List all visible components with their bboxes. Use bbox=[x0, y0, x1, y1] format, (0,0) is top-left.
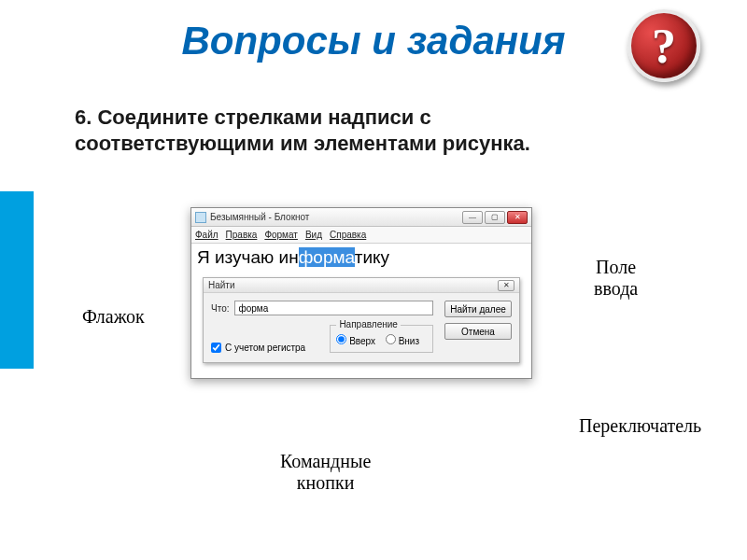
find-body: Найти далее Отмена Что: С учетом регистр… bbox=[204, 293, 519, 362]
case-checkbox[interactable] bbox=[211, 343, 221, 353]
find-dialog: Найти ✕ Найти далее Отмена Что: bbox=[203, 277, 520, 363]
direction-legend: Направление bbox=[336, 319, 400, 329]
close-button[interactable]: ✕ bbox=[507, 211, 528, 224]
notepad-window: Безымянный - Блокнот — ▢ ✕ Файл Правка Ф… bbox=[190, 207, 532, 379]
label-flag: Флажок bbox=[82, 306, 145, 328]
menu-help[interactable]: Справка bbox=[330, 230, 366, 240]
notepad-title-text: Безымянный - Блокнот bbox=[210, 212, 309, 222]
help-badge: ? bbox=[627, 9, 700, 82]
label-input-field-l1: Поле bbox=[596, 257, 636, 277]
decorative-stripe bbox=[0, 191, 34, 369]
find-titlebar[interactable]: Найти ✕ bbox=[204, 278, 519, 293]
case-checkbox-label: С учетом регистра bbox=[225, 343, 305, 353]
menu-edit[interactable]: Правка bbox=[226, 230, 258, 240]
label-input-field-l2: ввода bbox=[594, 278, 638, 299]
instruction-text: 6. Соедините стрелками надписи с соответ… bbox=[75, 105, 635, 156]
find-next-button[interactable]: Найти далее bbox=[444, 301, 512, 317]
find-close-button[interactable]: ✕ bbox=[498, 280, 514, 291]
maximize-button[interactable]: ▢ bbox=[485, 211, 505, 224]
radio-up[interactable] bbox=[336, 334, 346, 344]
label-input-field: Поле ввода bbox=[594, 257, 638, 300]
notepad-menubar[interactable]: Файл Правка Формат Вид Справка bbox=[191, 227, 531, 244]
selected-text: форма bbox=[299, 247, 355, 267]
notepad-body: Я изучаю информатику Найти ✕ Найти далее… bbox=[191, 244, 531, 378]
label-cmd-l1: Командные bbox=[280, 451, 371, 471]
radio-up-label[interactable]: Вверх bbox=[336, 336, 375, 346]
menu-view[interactable]: Вид bbox=[305, 230, 322, 240]
case-checkbox-row[interactable]: С учетом регистра bbox=[211, 343, 305, 353]
page-title: Вопросы и задания bbox=[181, 19, 565, 63]
find-what-label: Что: bbox=[211, 303, 229, 314]
label-cmd-l2: кнопки bbox=[297, 472, 355, 493]
menu-file[interactable]: Файл bbox=[195, 230, 218, 240]
cancel-button[interactable]: Отмена bbox=[444, 323, 512, 340]
radio-down[interactable] bbox=[386, 334, 396, 344]
question-mark-icon: ? bbox=[652, 19, 676, 74]
help-badge-circle: ? bbox=[627, 9, 700, 82]
find-what-input[interactable] bbox=[234, 301, 433, 315]
slide: Вопросы и задания ? 6. Соедините стрелка… bbox=[0, 0, 747, 560]
notepad-titlebar[interactable]: Безымянный - Блокнот — ▢ ✕ bbox=[191, 208, 531, 227]
radio-down-label[interactable]: Вниз bbox=[386, 336, 419, 346]
notepad-app-icon bbox=[195, 212, 206, 223]
find-title-text: Найти bbox=[208, 280, 235, 290]
minimize-button[interactable]: — bbox=[462, 211, 483, 224]
menu-format[interactable]: Формат bbox=[264, 230, 298, 240]
label-command-buttons: Командные кнопки bbox=[280, 451, 371, 494]
label-switch: Переключатель bbox=[579, 415, 701, 437]
direction-group: Направление Вверх Вниз bbox=[330, 325, 433, 353]
notepad-textarea[interactable]: Я изучаю информатику bbox=[197, 247, 526, 268]
